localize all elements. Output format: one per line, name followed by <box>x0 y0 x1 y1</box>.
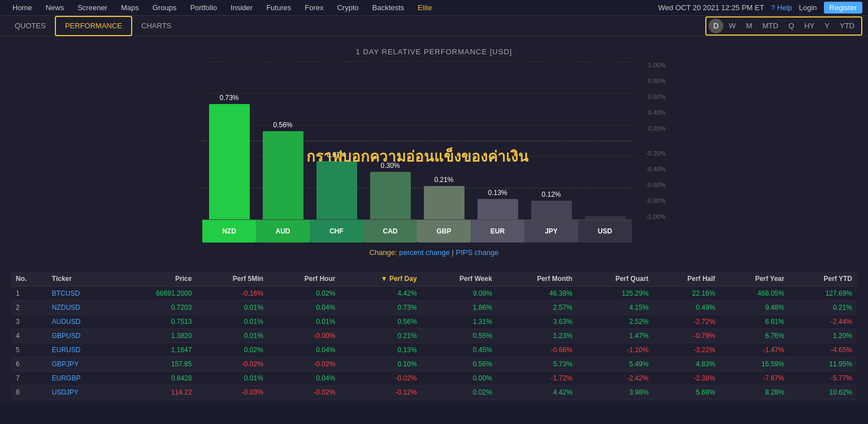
cell-pquart: 4.15% <box>577 301 653 315</box>
cell-phalf: -0.79% <box>653 329 720 343</box>
cell-pweek: 0.45% <box>422 343 497 357</box>
cell-ticker[interactable]: USDJPY <box>47 386 115 400</box>
bar-jpy[interactable]: 0.12% <box>524 62 578 219</box>
bar-gbp[interactable]: 0.21% <box>417 62 471 219</box>
nav-news[interactable]: News <box>39 0 71 16</box>
bar-rect-jpy <box>531 201 572 219</box>
grid-label-10: -0.80% <box>635 197 666 204</box>
bar-label-nzd: NZD <box>202 220 256 243</box>
period-y[interactable]: Y <box>820 20 834 31</box>
top-nav: Home News Screener Maps Groups Portfolio… <box>0 0 868 16</box>
cell-no: 6 <box>11 357 47 371</box>
th-perfhalf: Perf Half <box>653 271 720 287</box>
cell-ticker[interactable]: GBPUSD <box>47 329 115 343</box>
cell-pweek: 9.09% <box>422 287 497 301</box>
cell-pyear: -1.47% <box>720 343 789 357</box>
cell-ticker[interactable]: AUDUSD <box>47 315 115 329</box>
period-d[interactable]: D <box>709 19 723 33</box>
nav-maps[interactable]: Maps <box>114 0 146 16</box>
nav-portfolio[interactable]: Portfolio <box>183 0 224 16</box>
help-link[interactable]: ? Help <box>771 3 792 12</box>
cell-pday: -0.12% <box>340 386 421 400</box>
th-perfmonth: Perf Month <box>497 271 577 287</box>
cell-pquart: 2.52% <box>577 315 653 329</box>
tab-quotes[interactable]: QUOTES <box>6 16 55 36</box>
nav-screener[interactable]: Screener <box>71 0 114 16</box>
cell-phour: 0.04% <box>268 343 340 357</box>
nav-crypto[interactable]: Crypto <box>330 0 365 16</box>
change-row: Change: percent change | PIPS change <box>11 243 857 260</box>
bar-value-chf: 0.37% <box>327 151 346 159</box>
bar-label-aud: AUD <box>256 220 310 243</box>
tab-performance[interactable]: PERFORMANCE <box>55 16 132 36</box>
cell-pquart: 5.49% <box>577 357 653 371</box>
cell-price: 114.22 <box>115 386 196 400</box>
th-no: No. <box>11 271 47 287</box>
cell-price: 1.1647 <box>115 343 196 357</box>
period-m[interactable]: M <box>741 20 757 31</box>
nav-groups[interactable]: Groups <box>146 0 184 16</box>
cell-phour: -0.02% <box>268 357 340 371</box>
chart-title: 1 DAY RELATIVE PERFORMANCE [USD] <box>11 47 857 56</box>
bar-label-eur: EUR <box>471 220 524 243</box>
cell-ticker[interactable]: EURGBP <box>47 371 115 386</box>
cell-pday: 0.56% <box>340 315 421 329</box>
bar-aud[interactable]: 0.56% <box>256 62 310 219</box>
pips-change-link[interactable]: PIPS change <box>456 248 499 257</box>
chart-section: 1 DAY RELATIVE PERFORMANCE [USD] 1.00% 0… <box>11 42 857 271</box>
th-perfyear: Perf Year <box>720 271 789 287</box>
period-ytd[interactable]: YTD <box>835 20 859 31</box>
cell-pweek: 1.31% <box>422 315 497 329</box>
bar-rect-cad <box>370 172 411 219</box>
table-row: 4 GBPUSD 1.3820 0.01% -0.00% 0.21% 0.55%… <box>11 329 857 343</box>
cell-ticker[interactable]: BTCUSD <box>47 287 115 301</box>
bar-value-nzd: 0.73% <box>219 94 238 102</box>
bar-cad[interactable]: 0.30% <box>363 62 417 219</box>
th-perfday[interactable]: ▼ Perf Day <box>340 271 421 287</box>
table-header-row: No. Ticker Price Perf 5Min Perf Hour ▼ P… <box>11 271 857 287</box>
nav-backtests[interactable]: Backtests <box>366 0 411 16</box>
nav-home[interactable]: Home <box>6 0 39 16</box>
cell-p5min: -0.03% <box>196 386 267 400</box>
grid-label-3: 0.60% <box>635 93 666 100</box>
bar-value-eur: 0.13% <box>488 189 507 197</box>
cell-no: 4 <box>11 329 47 343</box>
nav-elite[interactable]: Elite <box>411 0 439 16</box>
nav-forex[interactable]: Forex <box>298 0 330 16</box>
cell-phour: -0.02% <box>268 386 340 400</box>
cell-phalf: -3.22% <box>653 343 720 357</box>
bar-usd[interactable] <box>578 62 632 219</box>
cell-phour: -0.00% <box>268 329 340 343</box>
login-button[interactable]: Login <box>799 3 817 12</box>
cell-pytd: 11.95% <box>789 357 857 371</box>
grid-label-8: -0.40% <box>635 166 666 172</box>
cell-ticker[interactable]: EURUSD <box>47 343 115 357</box>
bar-rect-chf <box>316 161 357 219</box>
cell-pytd: -4.65% <box>789 343 857 357</box>
period-hy[interactable]: HY <box>800 20 819 31</box>
cell-ticker[interactable]: NZDUSD <box>47 301 115 315</box>
table-row: 5 EURUSD 1.1647 0.02% 0.04% 0.13% 0.45% … <box>11 343 857 357</box>
cell-phour: 0.01% <box>268 315 340 329</box>
nav-futures[interactable]: Futures <box>259 0 298 16</box>
cell-p5min: -0.16% <box>196 287 267 301</box>
th-perfquart: Perf Quart <box>577 271 653 287</box>
th-perfweek: Perf Week <box>422 271 497 287</box>
nav-insider[interactable]: Insider <box>224 0 259 16</box>
bar-eur[interactable]: 0.13% <box>471 62 524 219</box>
period-w[interactable]: W <box>724 20 740 31</box>
cell-price: 0.8428 <box>115 371 196 386</box>
cell-pyear: 8.28% <box>720 386 789 400</box>
register-button[interactable]: Register <box>824 2 862 14</box>
period-q[interactable]: Q <box>784 20 798 31</box>
percent-change-link[interactable]: percent change <box>399 248 450 257</box>
cell-price: 157.85 <box>115 357 196 371</box>
cell-ticker[interactable]: GBPJPY <box>47 357 115 371</box>
bar-chf[interactable]: 0.37% <box>310 62 363 219</box>
th-perfhour: Perf Hour <box>268 271 340 287</box>
table-row: 3 AUDUSD 0.7513 0.01% 0.01% 0.56% 1.31% … <box>11 315 857 329</box>
cell-pweek: 0.02% <box>422 386 497 400</box>
tab-charts[interactable]: CHARTS <box>132 16 180 36</box>
period-mtd[interactable]: MTD <box>758 20 783 31</box>
bar-nzd[interactable]: 0.73% <box>202 62 256 219</box>
